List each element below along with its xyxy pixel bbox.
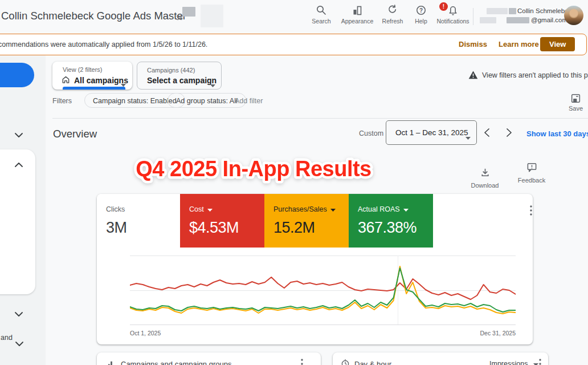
page-title: Overview (53, 128, 97, 140)
topbar-refresh-button[interactable]: Refresh (379, 5, 406, 25)
date-range-dropdown[interactable]: Oct 1 – Dec 31, 2025 (386, 120, 477, 145)
appearance-bars-icon (340, 5, 375, 16)
scorecard-label: Cost (189, 205, 204, 213)
chevron-down-icon[interactable] (15, 338, 23, 348)
chevron-down-icon (330, 205, 336, 213)
feedback-button[interactable]: Feedback (516, 162, 547, 184)
download-button[interactable]: Download (471, 167, 499, 189)
campaigns-card: Campaigns and campaign groups (97, 352, 321, 365)
help-icon: ? (413, 5, 430, 16)
redaction-block (487, 8, 508, 14)
redaction-block (480, 17, 496, 23)
scorecard-value: $4.53M (189, 219, 264, 237)
google-ads-app: Collin Schmelebeck Google Ads Master 36 … (0, 0, 588, 365)
overview-summary-card: Clicks 3M Cost $4.53M Purchases/Sales 15… (97, 194, 533, 344)
nav-label: Notifications (432, 18, 474, 25)
day-hour-card-title: Day & hour (354, 360, 391, 365)
scorecard-cost[interactable]: Cost $4.53M (180, 194, 264, 248)
nav-label: Help (413, 18, 430, 25)
chevron-down-icon (533, 360, 538, 365)
x-axis-end-label: Dec 31, 2025 (480, 330, 516, 336)
chevron-down-icon (207, 205, 213, 213)
chevron-down-icon (403, 205, 409, 213)
download-icon (480, 170, 491, 180)
filters-label: Filters (52, 97, 72, 105)
nav-flyout-panel (0, 149, 35, 294)
chevron-down-icon (466, 132, 471, 142)
dismiss-button[interactable]: Dismiss (455, 39, 491, 49)
overview-chart (130, 256, 516, 325)
feedback-icon (526, 165, 537, 175)
view-filter-label: View (2 filters) (63, 66, 102, 73)
section-divider (52, 118, 588, 119)
scorecard-value: 367.38% (358, 219, 433, 237)
account-id-partial: 36 (176, 14, 183, 21)
chart-series-actual-roas (130, 268, 516, 312)
scorecard-value: 15.2M (273, 219, 349, 237)
redaction-block (507, 17, 529, 23)
previous-range-button[interactable] (484, 128, 489, 139)
chevron-up-icon[interactable] (15, 159, 23, 169)
scorecard-label: Clicks (106, 205, 125, 213)
date-mode-label: Custom (359, 129, 383, 137)
chevron-down-icon[interactable] (15, 129, 23, 140)
view-filter-dropdown[interactable]: View (2 filters) All campaigns (52, 62, 132, 90)
next-range-button[interactable] (507, 128, 512, 139)
topbar-search-button[interactable]: Search (310, 5, 333, 25)
x-axis-start-label: Oct 1, 2025 (130, 330, 161, 336)
left-nav-rail: and (0, 55, 46, 365)
bell-icon: ! (432, 5, 474, 16)
card-menu-kebab[interactable] (301, 359, 303, 365)
account-title: Collin Schmelebeck Google Ads Master (1, 10, 186, 22)
learn-more-button[interactable]: Learn more (495, 39, 542, 49)
save-icon[interactable] (570, 93, 581, 106)
view-button[interactable]: View (540, 37, 575, 51)
campaign-selector-dropdown[interactable]: Campaigns (442) Select a campaign (137, 62, 222, 90)
scorecard-label: Purchases/Sales (273, 205, 327, 213)
warning-icon (468, 71, 478, 82)
nav-label: Appearance (340, 18, 375, 25)
show-last-30-days-link[interactable]: Show last 30 days (526, 129, 588, 138)
scorecard-value: 3M (106, 219, 180, 237)
nav-label: Refresh (379, 18, 406, 25)
redaction-block (182, 7, 195, 17)
chevron-down-icon (210, 79, 215, 90)
chevron-down-icon[interactable] (15, 309, 23, 319)
search-icon (310, 5, 333, 16)
chart-series-purchases-sales (130, 266, 516, 314)
column-chart-icon (107, 359, 116, 365)
date-range-value: Oct 1 – Dec 31, 2025 (395, 128, 468, 137)
metric-selector-value: Impressions (489, 360, 528, 365)
chart-series-cost (130, 277, 516, 299)
active-view-indicator (63, 87, 125, 90)
download-label: Download (471, 182, 499, 189)
topbar-appearance-button[interactable]: Appearance (340, 5, 375, 25)
clock-icon (341, 359, 350, 365)
topbar-divider (473, 8, 473, 25)
scorecard-purchases[interactable]: Purchases/Sales 15.2M (264, 194, 349, 248)
scorecard-clicks[interactable]: Clicks 3M (97, 194, 180, 248)
nav-label: Search (310, 18, 333, 25)
home-icon (62, 75, 70, 86)
view-filters-warning-text: View filters aren't applied to this page (482, 71, 588, 79)
redaction-block (201, 5, 223, 27)
nav-item-partial-label[interactable]: and (1, 334, 13, 342)
avatar[interactable] (564, 6, 583, 25)
topbar-notifications-button[interactable]: ! Notifications (432, 5, 474, 25)
card-menu-kebab[interactable] (539, 359, 541, 365)
save-label: Save (569, 105, 583, 112)
user-name: Collin Schmelebe (517, 7, 569, 14)
topbar: Collin Schmelebeck Google Ads Master 36 … (0, 0, 588, 32)
selected-nav-pill[interactable] (0, 63, 34, 87)
banner-message: commendations were automatically applied… (0, 40, 207, 48)
topbar-help-button[interactable]: ? Help (413, 5, 430, 25)
campaign-selector-value: Select a campaign (147, 76, 217, 85)
day-hour-card: Day & hour Impressions (333, 352, 548, 365)
campaign-selector-label: Campaigns (442) (147, 67, 195, 74)
add-filter-button[interactable]: Add filter (235, 97, 263, 105)
scorecard-roas[interactable]: Actual ROAS 367.38% (349, 194, 433, 248)
campaigns-card-title: Campaigns and campaign groups (121, 360, 231, 365)
metric-selector[interactable]: Impressions (489, 360, 538, 365)
card-menu-kebab[interactable] (530, 205, 532, 218)
feedback-label: Feedback (516, 177, 547, 184)
